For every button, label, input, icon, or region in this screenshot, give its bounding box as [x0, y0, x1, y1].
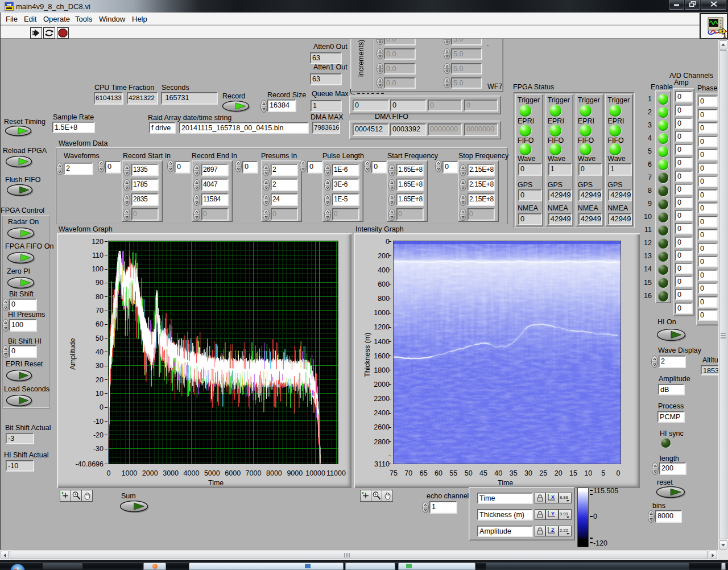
- svg-text:X: X: [551, 494, 555, 500]
- svg-text:Z: Z: [551, 527, 555, 533]
- svg-text:9.99: 9.99: [560, 511, 568, 517]
- svg-text:8.88: 8.88: [560, 495, 568, 500]
- svg-text:2.22: 2.22: [560, 528, 568, 533]
- svg-text:Y: Y: [551, 511, 555, 517]
